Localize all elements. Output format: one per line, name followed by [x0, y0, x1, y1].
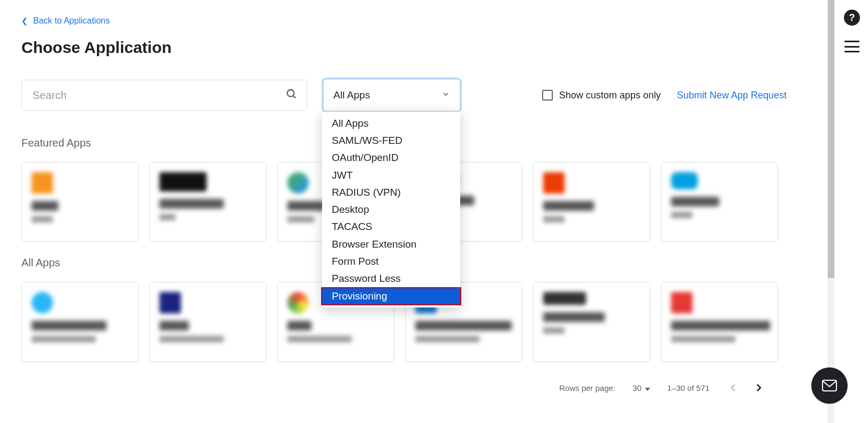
search-wrapper [21, 80, 307, 111]
search-input[interactable] [21, 80, 307, 111]
controls-row: All Apps All Apps SAML/WS-FED OAuth/Open… [21, 79, 787, 111]
svg-rect-3 [823, 380, 836, 391]
right-rail: ? [836, 0, 868, 423]
scrollbar[interactable] [827, 0, 835, 423]
contact-fab[interactable] [811, 367, 848, 404]
filter-option-tacacs[interactable]: TACACS [322, 218, 460, 235]
app-card[interactable] [21, 162, 139, 242]
chevron-left-icon: ❮ [21, 17, 28, 25]
prev-page-button[interactable] [727, 381, 740, 394]
scrollbar-thumb[interactable] [828, 0, 834, 278]
filter-option-saml[interactable]: SAML/WS-FED [322, 132, 460, 149]
show-custom-apps-checkbox[interactable]: Show custom apps only [542, 90, 661, 101]
svg-line-1 [293, 96, 296, 98]
search-icon[interactable] [286, 88, 298, 102]
app-card[interactable] [533, 162, 650, 242]
filter-select[interactable]: All Apps All Apps SAML/WS-FED OAuth/Open… [323, 79, 460, 111]
filter-selected-label: All Apps [333, 89, 370, 101]
checkbox-label: Show custom apps only [559, 90, 661, 101]
app-card[interactable] [533, 282, 650, 362]
app-card[interactable] [149, 282, 267, 362]
rows-per-page-select[interactable]: 30 [633, 383, 650, 393]
caret-down-icon [645, 383, 650, 393]
rows-per-page-label: Rows per page: [559, 383, 615, 393]
filter-option-provisioning[interactable]: Provisioning [321, 287, 461, 305]
back-link-text: Back to Applications [33, 16, 110, 26]
filter-option-form-post[interactable]: Form Post [322, 253, 460, 270]
mail-icon [822, 380, 837, 391]
filter-option-jwt[interactable]: JWT [322, 167, 460, 184]
app-card[interactable] [149, 162, 267, 242]
hamburger-menu-icon[interactable] [844, 41, 859, 52]
filter-option-radius[interactable]: RADIUS (VPN) [322, 184, 460, 201]
submit-new-app-link[interactable]: Submit New App Request [677, 90, 787, 101]
checkbox-icon [542, 90, 553, 101]
svg-point-0 [287, 90, 294, 97]
filter-option-desktop[interactable]: Desktop [322, 201, 460, 218]
back-to-applications-link[interactable]: ❮ Back to Applications [21, 16, 110, 26]
chevron-down-icon [441, 89, 450, 101]
pagination-range: 1–30 of 571 [667, 383, 710, 393]
filter-dropdown: All Apps SAML/WS-FED OAuth/OpenID JWT RA… [322, 112, 460, 307]
filter-option-all-apps[interactable]: All Apps [322, 115, 460, 132]
help-icon[interactable]: ? [844, 10, 860, 26]
app-card[interactable] [661, 282, 778, 362]
next-page-button[interactable] [752, 381, 765, 394]
pagination: Rows per page: 30 1–30 of 571 [21, 381, 787, 394]
filter-option-browser-ext[interactable]: Browser Extension [322, 236, 460, 253]
rows-per-page-value: 30 [633, 383, 642, 393]
app-card[interactable] [21, 282, 139, 362]
svg-marker-2 [645, 388, 650, 391]
filter-option-oauth[interactable]: OAuth/OpenID [322, 149, 460, 166]
filter-option-password-less[interactable]: Password Less [322, 270, 460, 287]
page-title: Choose Application [21, 39, 787, 57]
app-card[interactable] [661, 162, 778, 242]
